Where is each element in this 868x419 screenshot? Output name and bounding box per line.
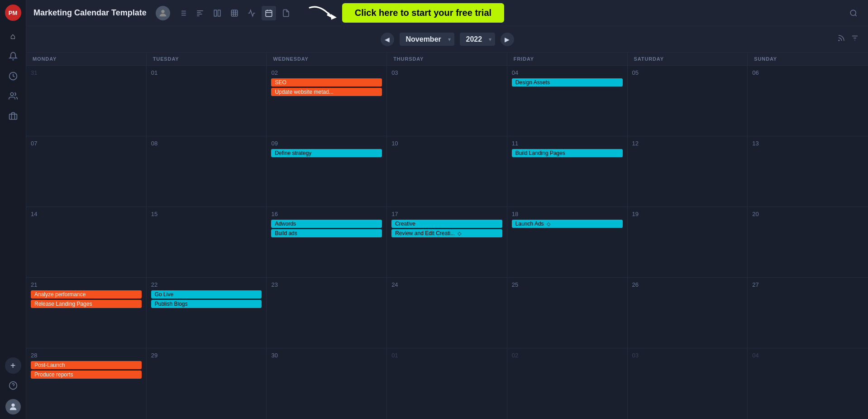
event-publish-blogs[interactable]: Publish Blogs (151, 300, 262, 308)
event-design-assets[interactable]: Design Assets (512, 78, 623, 87)
svg-rect-24 (266, 10, 272, 17)
cta-button[interactable]: Click here to start your free trial (342, 3, 504, 23)
day-08[interactable]: 08 (147, 136, 267, 207)
sidebar-avatar[interactable] (5, 399, 21, 414)
week-2: 07 08 09 Define strategy 10 11 (26, 136, 868, 207)
day-11[interactable]: 11 Build Landing Pages (507, 136, 628, 207)
calendar-body: 31 01 02 SEO Update website metad... 03 … (26, 66, 868, 419)
sidebar-item-work[interactable] (5, 108, 21, 124)
main-content: Marketing Calendar Template (26, 0, 868, 419)
day-07[interactable]: 07 (26, 136, 147, 207)
list-view-button[interactable] (176, 6, 190, 20)
week-4: 21 Analyze performance Release Landing P… (26, 278, 868, 348)
day-23[interactable]: 23 (267, 278, 387, 348)
day-20[interactable]: 20 (748, 207, 868, 277)
next-month-button[interactable]: ▶ (501, 33, 514, 46)
event-release-landing-pages[interactable]: Release Landing Pages (31, 300, 142, 308)
feed-icon[interactable] (837, 34, 845, 44)
day-19[interactable]: 19 (628, 207, 748, 277)
sidebar-item-people[interactable] (5, 88, 21, 104)
svg-rect-17 (214, 10, 216, 16)
event-define-strategy[interactable]: Define strategy (271, 149, 382, 157)
day-13[interactable]: 13 (748, 136, 868, 207)
event-analyze-performance[interactable]: Analyze performance (31, 290, 142, 299)
day-28[interactable]: 28 Post-Launch Produce reports (26, 348, 147, 419)
event-seo[interactable]: SEO (271, 78, 382, 87)
day-06[interactable]: 06 (748, 66, 868, 136)
day-03[interactable]: 03 (387, 66, 507, 136)
svg-line-30 (855, 14, 856, 16)
svg-point-31 (839, 40, 839, 41)
sidebar-add-button[interactable]: + (5, 357, 21, 374)
event-launch-ads[interactable]: Launch Ads (512, 220, 623, 228)
day-04[interactable]: 04 Design Assets (507, 66, 628, 136)
table-view-button[interactable] (227, 6, 242, 20)
topbar-avatar[interactable] (156, 6, 170, 20)
day-02[interactable]: 02 SEO Update website metad... (267, 66, 387, 136)
day-18[interactable]: 18 Launch Ads (507, 207, 628, 277)
calendar-view-button[interactable] (262, 6, 276, 20)
day-04-dec[interactable]: 04 (748, 348, 868, 419)
header-monday: MONDAY (26, 53, 147, 65)
day-01-dec[interactable]: 01 (387, 348, 507, 419)
event-produce-reports[interactable]: Produce reports (31, 371, 142, 379)
board-view-button[interactable] (210, 6, 224, 20)
event-build-landing-pages[interactable]: Build Landing Pages (512, 149, 623, 157)
app-logo[interactable]: PM (5, 5, 21, 21)
cal-nav-right (837, 34, 859, 44)
day-10[interactable]: 10 (387, 136, 507, 207)
sidebar-item-notifications[interactable] (5, 48, 21, 64)
day-02-dec[interactable]: 02 (507, 348, 628, 419)
day-26[interactable]: 26 (628, 278, 748, 348)
sidebar-help-icon[interactable] (5, 377, 21, 394)
day-24[interactable]: 24 (387, 278, 507, 348)
svg-point-6 (161, 10, 164, 13)
calendar-nav: ◀ November 2022 ▶ (26, 26, 868, 53)
page-title: Marketing Calendar Template (33, 8, 147, 18)
day-17[interactable]: 17 Creative Review and Edit Creati... (387, 207, 507, 277)
event-go-live[interactable]: Go Live (151, 290, 262, 299)
sidebar-item-history[interactable] (5, 68, 21, 84)
calendar-header: MONDAY TUESDAY WEDNESDAY THURSDAY FRIDAY… (26, 53, 868, 66)
day-14[interactable]: 14 (26, 207, 147, 277)
timeline-view-button[interactable] (193, 6, 207, 20)
year-select[interactable]: 2022 (460, 33, 495, 46)
notes-view-button[interactable] (279, 6, 293, 20)
svg-point-1 (10, 93, 14, 96)
day-03-dec[interactable]: 03 (628, 348, 748, 419)
header-sunday: SUNDAY (748, 53, 868, 65)
day-27[interactable]: 27 (748, 278, 868, 348)
day-22[interactable]: 22 Go Live Publish Blogs (147, 278, 267, 348)
prev-month-button[interactable]: ◀ (381, 33, 394, 46)
day-21[interactable]: 21 Analyze performance Release Landing P… (26, 278, 147, 348)
day-29[interactable]: 29 (147, 348, 267, 419)
day-16[interactable]: 16 Adwords Build ads (267, 207, 387, 277)
svg-rect-2 (9, 114, 17, 120)
event-update-website[interactable]: Update website metad... (271, 88, 382, 96)
calendar-grid: MONDAY TUESDAY WEDNESDAY THURSDAY FRIDAY… (26, 53, 868, 419)
day-15[interactable]: 15 (147, 207, 267, 277)
month-select[interactable]: November (400, 33, 454, 46)
day-30[interactable]: 30 (267, 348, 387, 419)
header-saturday: SATURDAY (628, 53, 748, 65)
header-wednesday: WEDNESDAY (267, 53, 387, 65)
day-09[interactable]: 09 Define strategy (267, 136, 387, 207)
event-creative[interactable]: Creative (391, 220, 502, 228)
sidebar: PM ⌂ + (0, 0, 26, 419)
day-05[interactable]: 05 (628, 66, 748, 136)
search-icon[interactable] (846, 6, 861, 20)
arrow-icon (306, 2, 342, 24)
week-5: 28 Post-Launch Produce reports 29 30 01 … (26, 348, 868, 419)
filter-icon[interactable] (851, 34, 859, 44)
day-31-oct[interactable]: 31 (26, 66, 147, 136)
event-post-launch[interactable]: Post-Launch (31, 361, 142, 369)
event-build-ads[interactable]: Build ads (271, 229, 382, 237)
chart-view-button[interactable] (244, 6, 259, 20)
day-25[interactable]: 25 (507, 278, 628, 348)
day-12[interactable]: 12 (628, 136, 748, 207)
sidebar-item-home[interactable]: ⌂ (5, 28, 21, 44)
event-adwords[interactable]: Adwords (271, 220, 382, 228)
toolbar (176, 6, 293, 20)
event-review-edit[interactable]: Review and Edit Creati... (391, 229, 502, 237)
day-01[interactable]: 01 (147, 66, 267, 136)
